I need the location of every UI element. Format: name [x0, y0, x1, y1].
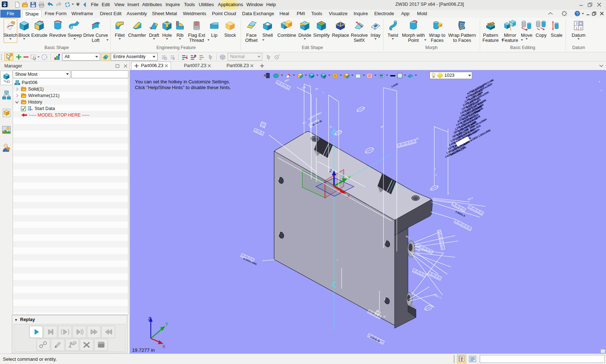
- svg-text:s: s: [435, 168, 436, 170]
- svg-text:X: X: [162, 344, 166, 349]
- svg-text:s: s: [601, 89, 602, 91]
- svg-text:⌀: ⌀: [599, 80, 600, 83]
- svg-text:?: ?: [576, 12, 578, 16]
- svg-text:Y: Y: [165, 321, 168, 327]
- svg-text:⊥: ⊥: [337, 259, 338, 261]
- svg-text:Z: Z: [148, 316, 151, 321]
- svg-text:19.7277 in: 19.7277 in: [132, 347, 155, 353]
- svg-text:2: 2: [580, 26, 582, 30]
- svg-text:1: 1: [576, 26, 578, 30]
- svg-text:3: 3: [576, 22, 578, 25]
